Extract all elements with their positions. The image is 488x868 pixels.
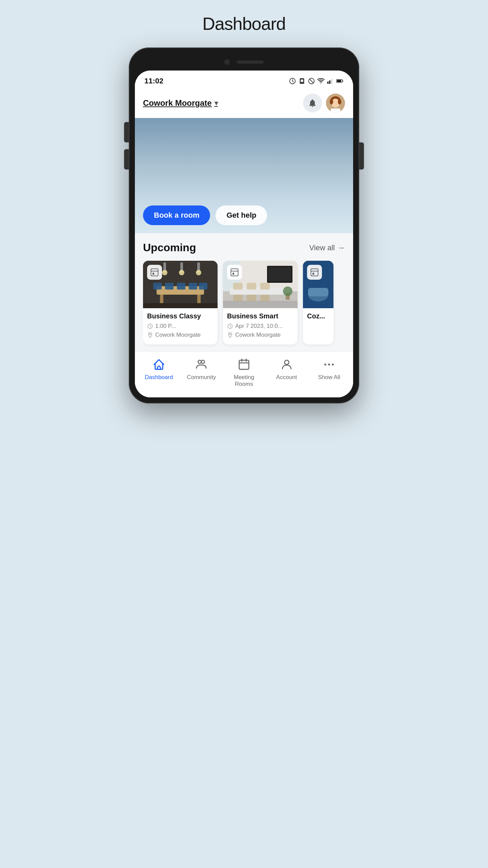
speaker-grille bbox=[237, 60, 264, 64]
location-icon bbox=[147, 332, 153, 338]
booking-card-1[interactable]: Business Classy 1:00 P... bbox=[143, 261, 218, 344]
svg-rect-7 bbox=[329, 80, 330, 84]
phone-screen: 11:02 bbox=[135, 71, 353, 397]
nav-label-meeting-rooms: Meeting Rooms bbox=[230, 374, 258, 388]
hero-image: Book a room Get help bbox=[135, 118, 353, 233]
bell-icon bbox=[308, 98, 317, 108]
upcoming-section-header: Upcoming View all → bbox=[143, 241, 345, 254]
card-3-name: Coz... bbox=[307, 312, 329, 320]
blocked-icon bbox=[308, 77, 315, 85]
svg-point-121 bbox=[332, 363, 334, 366]
clock-icon bbox=[147, 323, 153, 329]
battery-icon bbox=[336, 77, 344, 85]
card-1-name: Business Classy bbox=[147, 312, 214, 320]
svg-rect-96 bbox=[233, 295, 243, 301]
header-actions bbox=[303, 94, 345, 113]
upcoming-title: Upcoming bbox=[143, 241, 196, 254]
show-all-icon bbox=[322, 357, 337, 372]
nav-item-dashboard[interactable]: Dashboard bbox=[138, 357, 180, 381]
svg-point-108 bbox=[229, 334, 231, 335]
content-area: Upcoming View all → bbox=[135, 233, 353, 351]
notifications-button[interactable] bbox=[303, 94, 322, 113]
svg-rect-101 bbox=[223, 301, 298, 308]
location-name: Cowork Moorgate bbox=[143, 98, 212, 108]
svg-point-15 bbox=[338, 99, 341, 104]
svg-rect-80 bbox=[199, 283, 207, 290]
card-1-time: 1:00 P... bbox=[147, 323, 214, 330]
view-all-link[interactable]: View all → bbox=[309, 243, 345, 252]
svg-point-14 bbox=[330, 99, 333, 104]
svg-rect-105 bbox=[231, 269, 238, 276]
card-2-image bbox=[223, 261, 298, 308]
svg-rect-10 bbox=[337, 80, 341, 82]
nav-item-community[interactable]: Community bbox=[180, 357, 223, 381]
booking-card-2[interactable]: Business Smart Apr 7 2023, 10:0... bbox=[223, 261, 298, 344]
svg-point-70 bbox=[162, 270, 167, 275]
dots-icon bbox=[323, 358, 336, 371]
phone-top-bar bbox=[135, 54, 353, 71]
status-bar: 11:02 bbox=[135, 71, 353, 90]
phone-frame: 11:02 bbox=[129, 47, 359, 403]
location-selector[interactable]: Cowork Moorgate ▾ bbox=[143, 98, 218, 108]
card-1-body: Business Classy 1:00 P... bbox=[143, 308, 218, 344]
svg-rect-93 bbox=[233, 283, 243, 290]
hero-buttons: Book a room Get help bbox=[143, 205, 267, 225]
dashboard-icon bbox=[151, 357, 166, 372]
calendar-icon bbox=[238, 358, 250, 371]
svg-point-100 bbox=[283, 287, 292, 296]
card-2-name: Business Smart bbox=[227, 312, 293, 320]
get-help-button[interactable]: Get help bbox=[216, 205, 267, 225]
front-camera bbox=[224, 59, 230, 65]
nav-label-account: Account bbox=[276, 374, 297, 381]
wifi-icon bbox=[317, 77, 325, 85]
svg-rect-113 bbox=[311, 269, 318, 276]
location-icon-2 bbox=[227, 332, 233, 338]
svg-point-71 bbox=[179, 270, 184, 275]
svg-rect-75 bbox=[197, 295, 201, 303]
app-header: Cowork Moorgate ▾ bbox=[135, 90, 353, 118]
svg-rect-77 bbox=[165, 283, 174, 290]
clock-icon-2 bbox=[227, 323, 233, 329]
svg-point-118 bbox=[284, 360, 289, 364]
svg-rect-97 bbox=[247, 295, 256, 301]
signal-icon bbox=[327, 77, 334, 85]
sim-icon bbox=[298, 77, 306, 85]
svg-rect-95 bbox=[260, 283, 270, 290]
nav-item-account[interactable]: Account bbox=[265, 357, 308, 381]
meeting-rooms-icon bbox=[237, 357, 251, 372]
svg-rect-83 bbox=[152, 273, 154, 275]
card-1-image bbox=[143, 261, 218, 308]
nav-item-show-all[interactable]: Show All bbox=[308, 357, 350, 381]
nav-label-show-all: Show All bbox=[318, 374, 340, 381]
person-icon bbox=[280, 358, 293, 371]
account-icon bbox=[279, 357, 294, 372]
svg-point-72 bbox=[196, 270, 201, 275]
svg-rect-117 bbox=[239, 360, 249, 369]
view-all-text: View all bbox=[309, 243, 335, 252]
svg-rect-82 bbox=[151, 269, 158, 276]
svg-point-5 bbox=[321, 82, 322, 83]
svg-rect-8 bbox=[331, 79, 332, 84]
book-room-button[interactable]: Book a room bbox=[143, 205, 210, 225]
svg-rect-2 bbox=[301, 79, 303, 82]
room-icon-3 bbox=[310, 268, 319, 277]
card-2-body: Business Smart Apr 7 2023, 10:0... bbox=[223, 308, 298, 344]
svg-rect-79 bbox=[189, 283, 197, 290]
circle-status-icon bbox=[289, 77, 296, 85]
svg-rect-94 bbox=[247, 283, 256, 290]
bottom-nav: Dashboard Community bbox=[135, 351, 353, 397]
community-icon bbox=[194, 357, 209, 372]
card-2-location: Cowork Moorgate bbox=[227, 332, 293, 338]
svg-rect-78 bbox=[177, 283, 185, 290]
user-avatar[interactable] bbox=[326, 94, 345, 113]
nav-item-meeting-rooms[interactable]: Meeting Rooms bbox=[223, 357, 265, 388]
card-1-badge bbox=[147, 265, 162, 280]
booking-card-3[interactable]: Coz... bbox=[303, 261, 333, 344]
svg-point-119 bbox=[324, 363, 326, 366]
svg-rect-106 bbox=[232, 273, 234, 275]
card-3-badge bbox=[307, 265, 322, 280]
nav-label-dashboard: Dashboard bbox=[145, 374, 173, 381]
page-title: Dashboard bbox=[202, 14, 285, 34]
status-icons bbox=[289, 77, 344, 85]
avatar-image bbox=[326, 94, 345, 113]
